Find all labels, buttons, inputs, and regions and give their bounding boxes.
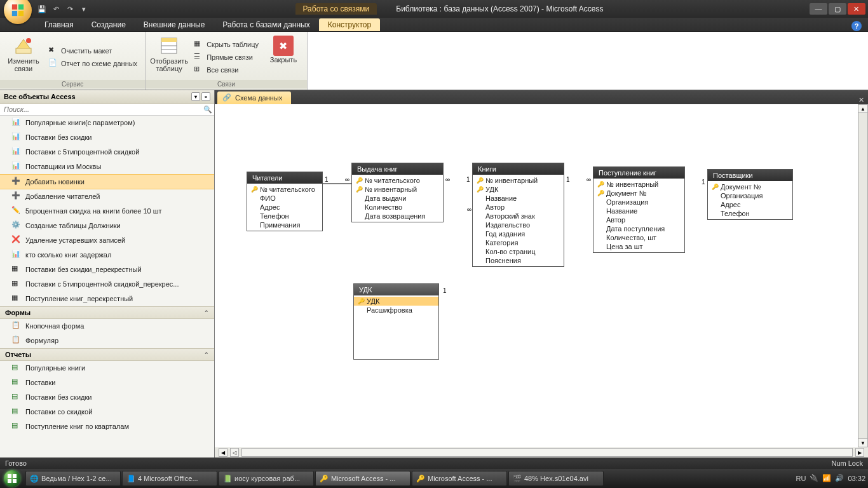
all-relations-button[interactable]: ⊞Все связи — [191, 64, 261, 76]
table-title[interactable]: Выдача книг — [352, 163, 443, 175]
nav-group-reports[interactable]: Отчеты⌃ — [0, 348, 214, 361]
nav-header[interactable]: Все объекты Access ▾« — [0, 90, 214, 104]
table-readers[interactable]: Читатели🔑№ читательскогоФИОАдресТелефонП… — [247, 172, 323, 231]
nav-item-report[interactable]: ▤Популярные книги — [0, 361, 214, 376]
nav-item-query[interactable]: 📊кто сколько книг задержал — [0, 248, 214, 262]
table-suppliers[interactable]: Поставщики🔑Документ №ОрганизацияАдресТел… — [707, 169, 793, 220]
nav-item-query[interactable]: 📊Популярные книги(с параметром) — [0, 116, 214, 130]
schema-report-button[interactable]: 📄Отчет по схеме данных — [46, 58, 140, 69]
nav-item-query[interactable]: ▦Поставки с 5типроцентной скидкой_перекр… — [0, 277, 214, 292]
table-field[interactable]: 🔑№ инвентарный — [593, 180, 684, 189]
table-field[interactable]: Пояснения — [473, 256, 564, 265]
nav-item-query[interactable]: 📊Поставки с 5типроцентной скидкой — [0, 145, 214, 159]
table-field[interactable]: 🔑№ инвентарный — [352, 185, 443, 194]
edit-relations-button[interactable]: Изменить связи — [5, 34, 42, 80]
vertical-scrollbar[interactable]: ▲ ▼ — [858, 104, 868, 447]
table-field[interactable]: ФИО — [247, 194, 322, 203]
taskbar-item[interactable]: 🔑Microsoft Access - ... — [412, 471, 507, 486]
table-field[interactable]: 🔑Документ № — [708, 182, 792, 191]
scroll-right-icon[interactable]: ▶ — [855, 448, 864, 457]
nav-group-forms[interactable]: Формы⌃ — [0, 306, 214, 319]
table-field[interactable]: 🔑№ инвентарный — [473, 176, 564, 185]
qat-redo-icon[interactable]: ↷ — [65, 4, 75, 14]
nav-collapse-icon[interactable]: « — [201, 92, 210, 101]
nav-item-query[interactable]: ▦Поставки без скидки_перекрестный — [0, 262, 214, 277]
table-field[interactable]: Количество — [352, 203, 443, 212]
search-icon[interactable]: 🔍 — [201, 104, 214, 115]
nav-item-form[interactable]: 📋Кнопочная форма — [0, 319, 214, 334]
table-field[interactable]: Примечания — [247, 220, 322, 229]
table-field[interactable]: 🔑№ читательского — [352, 176, 443, 185]
nav-item-report[interactable]: ▤Поставки со скидкой — [0, 405, 214, 419]
taskbar-item[interactable]: 📘4 Microsoft Office... — [122, 471, 217, 486]
tab-home[interactable]: Главная — [36, 18, 83, 31]
scroll-left-icon[interactable]: ◀ — [219, 448, 227, 457]
maximize-button[interactable]: ▢ — [829, 3, 846, 15]
table-supply[interactable]: Поступление книг🔑№ инвентарный🔑Документ … — [593, 166, 685, 253]
tray-volume-icon[interactable]: 🔊 — [835, 474, 844, 483]
table-field[interactable]: Цена за шт — [593, 242, 684, 251]
taskbar-item[interactable]: 📗иосу курсовая раб... — [219, 471, 314, 486]
table-field[interactable]: Авторский знак — [473, 212, 564, 220]
scroll-down-icon[interactable]: ▼ — [858, 438, 868, 447]
taskbar-item[interactable]: 🎬48% Hex.s01e04.avi — [508, 471, 604, 486]
table-field[interactable]: Категория — [473, 238, 564, 247]
table-udk[interactable]: УДК🔑УДКРасшифровка — [353, 283, 439, 360]
nav-item-query[interactable]: ➕Добавить новинки — [0, 174, 214, 189]
nav-item-query[interactable]: ▦Поступление книг_перекрестный — [0, 292, 214, 306]
nav-item-report[interactable]: ▤Поступление книг по кварталам — [0, 419, 214, 434]
document-tab-close-icon[interactable]: ✕ — [854, 96, 868, 104]
tray-network-icon[interactable]: 📶 — [822, 474, 831, 483]
tab-create[interactable]: Создание — [83, 18, 135, 31]
table-field[interactable]: Телефон — [247, 212, 322, 220]
nav-item-query[interactable]: 📊Поставки без скидки — [0, 130, 214, 145]
nav-list[interactable]: 📊Популярные книги(с параметром)📊Поставки… — [0, 116, 214, 458]
table-title[interactable]: Поставщики — [708, 170, 792, 181]
start-button[interactable] — [0, 469, 24, 488]
table-field[interactable]: 🔑Документ № — [593, 189, 684, 198]
table-field[interactable]: Организация — [593, 198, 684, 207]
table-field[interactable]: Расшифровка — [354, 306, 438, 315]
table-field[interactable]: Кол-во страниц — [473, 247, 564, 256]
table-field[interactable]: Дата поступления — [593, 224, 684, 233]
table-field[interactable]: Автор — [593, 215, 684, 224]
nav-item-query[interactable]: ❌Удаление устаревших записей — [0, 233, 214, 248]
tray-safely-remove-icon[interactable]: 🔌 — [810, 474, 818, 483]
nav-item-query[interactable]: ⚙️Создание таблицы Должники — [0, 219, 214, 233]
tray-language[interactable]: RU — [796, 475, 806, 482]
hide-table-button[interactable]: ▦Скрыть таблицу — [191, 39, 261, 50]
qat-dropdown-icon[interactable]: ▾ — [79, 4, 89, 14]
tab-external-data[interactable]: Внешние данные — [135, 18, 214, 31]
qat-undo-icon[interactable]: ↶ — [51, 4, 61, 14]
table-field[interactable]: Адрес — [708, 200, 792, 209]
qat-save-icon[interactable]: 💾 — [37, 4, 47, 14]
nav-item-query[interactable]: 📊Поставщики из Москвы — [0, 159, 214, 174]
tab-designer[interactable]: Конструктор — [319, 18, 380, 31]
table-field[interactable]: Название — [593, 207, 684, 215]
taskbar-item[interactable]: 🌐Ведьма / Hex 1-2 се... — [25, 471, 121, 486]
horizontal-scrollbar[interactable]: ◀ ◁ ▶ — [215, 447, 868, 458]
table-field[interactable]: Издательство — [473, 220, 564, 229]
table-title[interactable]: Книги — [473, 163, 564, 175]
nav-dropdown-icon[interactable]: ▾ — [191, 92, 200, 101]
minimize-button[interactable]: — — [810, 3, 827, 15]
help-icon[interactable]: ? — [851, 21, 862, 31]
show-table-button[interactable]: Отобразить таблицу — [151, 34, 187, 80]
table-field[interactable]: Адрес — [247, 203, 322, 212]
table-title[interactable]: Поступление книг — [593, 167, 684, 179]
table-field[interactable]: Название — [473, 194, 564, 203]
nav-search-input[interactable] — [0, 104, 201, 115]
scroll-left-icon[interactable]: ◁ — [230, 448, 239, 457]
table-field[interactable]: 🔑УДК — [354, 297, 438, 306]
window-close-button[interactable]: ✕ — [848, 3, 865, 15]
table-title[interactable]: УДК — [354, 284, 438, 295]
direct-relations-button[interactable]: ☰Прямые связи — [191, 51, 261, 63]
close-button[interactable]: ✖ Закрыть — [265, 34, 302, 80]
system-tray[interactable]: RU 🔌 📶 🔊 03:32 — [796, 474, 865, 483]
tab-database-tools[interactable]: Работа с базами данных — [214, 18, 318, 31]
taskbar-item[interactable]: 🔑Microsoft Access - ... — [315, 471, 410, 486]
nav-item-report[interactable]: ▤Поставки без скидки — [0, 390, 214, 405]
table-issue[interactable]: Выдача книг🔑№ читательского🔑№ инвентарны… — [351, 163, 444, 222]
schema-canvas[interactable]: 1 ∞ ∞ 1 1 ∞ ∞ 1 1 ∞ Читатели🔑№ читательс… — [215, 104, 868, 447]
clear-layout-button[interactable]: ✖Очистить макет — [46, 45, 140, 57]
